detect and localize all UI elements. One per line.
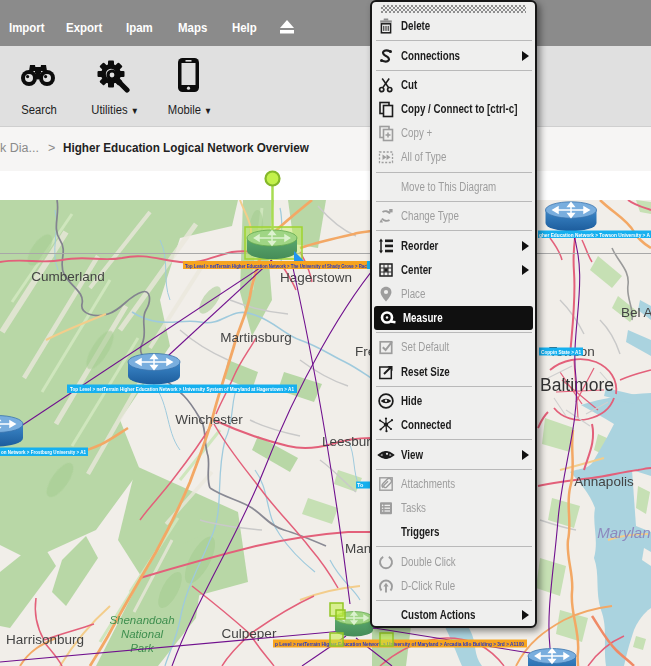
svg-text:Top Level > netTerrain Higher: Top Level > netTerrain Higher Education … [70,386,294,392]
svg-text:Maryland: Maryland [597,524,651,541]
svg-text:Winchester: Winchester [175,412,243,427]
svg-text:Harrisonburg: Harrisonburg [6,632,84,647]
svg-text:National: National [121,628,164,640]
svg-text:To: To [357,482,364,488]
svg-text:Coppin State > A1: Coppin State > A1 [541,349,581,355]
svg-text:p Level > netTerrain Higher Ed: p Level > netTerrain Higher Education Ne… [275,641,524,647]
svg-text:Cumberland: Cumberland [31,269,105,284]
svg-text:gher Education Network > Towso: gher Education Network > Towson Universi… [539,232,650,238]
svg-text:on Network > Frostburg Univers: on Network > Frostburg University > A1 [1,449,86,455]
svg-text:Bel Air: Bel Air [621,305,651,320]
svg-text:Top Level > netTerrain Higher: Top Level > netTerrain Higher Education … [185,263,370,269]
svg-text:Shenandoah: Shenandoah [109,614,174,626]
svg-text:Culpeper: Culpeper [222,626,277,641]
svg-text:Hagerstown: Hagerstown [280,270,352,285]
svg-text:Annapolis: Annapolis [574,474,634,489]
svg-text:Martinsburg: Martinsburg [220,330,291,345]
